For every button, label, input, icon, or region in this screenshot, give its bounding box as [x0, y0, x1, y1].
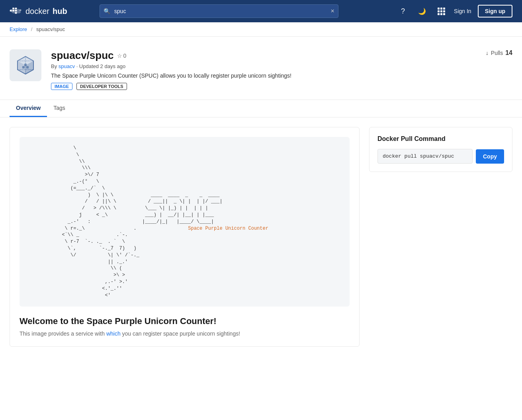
theme-toggle-button[interactable]: 🌙	[416, 5, 428, 18]
meta-separator: ·	[76, 63, 79, 69]
tabs: Overview Tags	[0, 100, 522, 117]
copy-button[interactable]: Copy	[476, 149, 504, 164]
grid-menu-button[interactable]	[435, 5, 448, 18]
tag-image: IMAGE	[51, 83, 72, 90]
header: dockerhub 🔍 × ? 🌙 Sign In	[0, 0, 522, 22]
header-right: ? 🌙 Sign In Sign up	[397, 5, 512, 18]
docker-logo-icon	[10, 6, 22, 16]
content-left: \ \ \\ \\\ >\/ 7 _.-(° \ (=___._/` \ ) \…	[10, 127, 360, 347]
ascii-art-box: \ \ \\ \\\ >\/ 7 _.-(° \ (=___._/` \ ) \…	[20, 137, 350, 307]
ascii-art-content: \ \ \\ \\\ >\/ 7 _.-(° \ (=___._/` \ ) \…	[27, 145, 268, 298]
package-pulls: ↓ Pulls 14	[486, 49, 512, 57]
package-description: The Space Purple Unicorn Counter (SPUC) …	[51, 72, 476, 79]
search-icon: 🔍	[104, 8, 110, 14]
package-star[interactable]: ☆ 0	[117, 53, 127, 59]
svg-rect-8	[26, 66, 29, 68]
content-right: Docker Pull Command Copy	[369, 127, 512, 172]
svg-rect-7	[22, 66, 25, 68]
package-title-row: spuacv/spuc ☆ 0	[51, 49, 476, 62]
by-label: By	[51, 63, 57, 69]
package-header: spuacv/spuc ☆ 0 By spuacv · Updated 2 da…	[0, 37, 522, 100]
updated-text: Updated 2 days ago	[79, 63, 125, 69]
search-container: 🔍 ×	[100, 4, 338, 18]
pulls-label: Pulls	[491, 50, 503, 56]
main-content: \ \ \\ \\\ >\/ 7 _.-(° \ (=___._/` \ ) \…	[0, 117, 522, 356]
svg-rect-9	[24, 64, 27, 66]
pull-command-row: Copy	[377, 149, 504, 164]
pulls-arrow-icon: ↓	[486, 50, 489, 56]
sign-up-button[interactable]: Sign up	[478, 5, 512, 18]
search-input[interactable]	[100, 4, 338, 18]
package-icon	[10, 49, 41, 81]
logo-hub-text: hub	[53, 7, 67, 16]
welcome-title: Welcome to the Space Purple Unicorn Coun…	[20, 316, 350, 326]
package-info: spuacv/spuc ☆ 0 By spuacv · Updated 2 da…	[51, 49, 476, 90]
breadcrumb-separator: /	[31, 26, 33, 32]
grid-icon	[438, 8, 445, 15]
welcome-text-part2: you can register space purple unicorn si…	[121, 330, 240, 337]
package-title: spuacv/spuc	[51, 49, 114, 62]
svg-rect-3	[12, 8, 14, 9]
logo-docker-text: docker	[25, 7, 49, 16]
package-tags: IMAGE DEVELOPER TOOLS	[51, 83, 476, 90]
pulls-count: 14	[505, 49, 512, 57]
cube-icon	[15, 55, 36, 76]
sign-in-button[interactable]: Sign In	[454, 8, 471, 14]
breadcrumb: Explore / spuacv/spuc	[0, 22, 522, 37]
welcome-text-part1: This image provides a service with	[20, 330, 106, 337]
breadcrumb-explore-link[interactable]: Explore	[10, 26, 27, 32]
logo: dockerhub	[10, 6, 67, 16]
welcome-highlight: which	[106, 330, 121, 337]
svg-rect-4	[15, 8, 17, 9]
help-icon: ?	[401, 7, 405, 16]
docker-pull-title: Docker Pull Command	[377, 135, 504, 143]
star-icon: ☆	[117, 53, 122, 59]
package-meta: By spuacv · Updated 2 days ago	[51, 63, 476, 69]
docker-pull-card: Docker Pull Command Copy	[369, 127, 512, 172]
pull-command-input[interactable]	[377, 149, 473, 164]
theme-icon: 🌙	[418, 8, 426, 15]
star-count: 0	[123, 53, 127, 59]
tag-devtools: DEVELOPER TOOLS	[76, 83, 127, 90]
search-clear-button[interactable]: ×	[330, 8, 334, 15]
svg-point-6	[20, 9, 22, 11]
author-link[interactable]: spuacv	[59, 63, 75, 69]
welcome-text: This image provides a service with which…	[20, 330, 350, 337]
tab-overview[interactable]: Overview	[10, 100, 47, 117]
help-button[interactable]: ?	[397, 5, 409, 18]
breadcrumb-current: spuacv/spuc	[36, 26, 65, 32]
tab-tags[interactable]: Tags	[47, 100, 72, 117]
